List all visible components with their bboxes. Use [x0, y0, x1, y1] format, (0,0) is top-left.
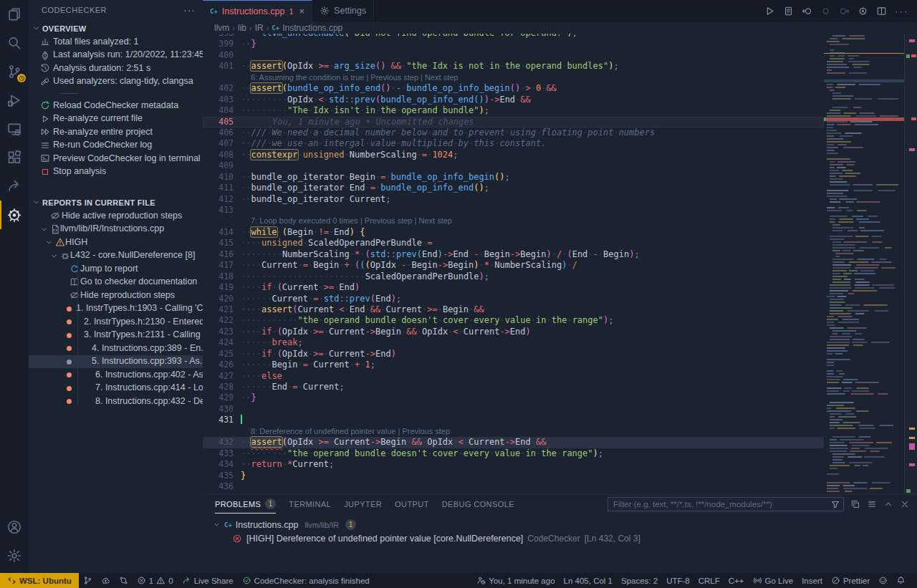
line-number[interactable]: 406 — [203, 127, 241, 138]
step-link[interactable]: Next step — [418, 216, 451, 225]
section-overview-header[interactable]: OVERVIEW — [29, 21, 203, 35]
code-line-416[interactable]: 416········NumberScaling·*·(std::prev(En… — [203, 249, 824, 260]
line-content[interactable]: ··bundle_op_iterator·Current; — [241, 194, 824, 205]
line-content[interactable]: ····if·(OpIdx·>=·Current->End) — [241, 349, 824, 360]
line-number[interactable]: 409 — [203, 160, 241, 171]
maximize-panel[interactable] — [883, 499, 893, 509]
line-content[interactable]: ························ScaledOperandPer… — [241, 271, 824, 282]
line-content[interactable]: ··while·(Begin·!=·End)·{ — [241, 227, 824, 238]
line-number[interactable]: 398 — [203, 34, 241, 39]
command-reload-metadata[interactable]: Reload CodeChecker metadata — [29, 99, 203, 112]
activity-source-control[interactable] — [0, 57, 29, 86]
code-line-412[interactable]: 412··bundle_op_iterator·Current; — [203, 194, 824, 205]
code-line-407[interactable]: 407··///·we·use·an·intergal·value·multip… — [203, 138, 824, 149]
status-indentation[interactable]: Spaces: 2 — [617, 573, 662, 588]
command-stop-analysis[interactable]: Stop analysis — [29, 165, 203, 179]
code-line-398[interactable]: 398····llvm_unreachable("Did·not·find·op… — [203, 34, 824, 39]
status-git-branch[interactable] — [79, 573, 97, 588]
code-line-435[interactable]: 435} — [203, 471, 824, 481]
report-item-step-7[interactable]: 7. Instructions.cpp:414 - Lo... — [29, 382, 203, 395]
line-content[interactable]: ······End·=·Current; — [241, 382, 824, 392]
view-as-table[interactable] — [850, 499, 860, 509]
line-number[interactable]: 416 — [203, 249, 241, 260]
code-line-424[interactable]: 424······break; — [203, 337, 824, 348]
report-item-hide-active-steps[interactable]: Hide active reproduction steps — [29, 209, 203, 223]
line-number[interactable]: 407 — [203, 138, 241, 149]
line-content[interactable] — [241, 404, 824, 415]
step-link[interactable]: Previous step — [402, 427, 450, 435]
line-content[interactable] — [241, 481, 824, 492]
chevron-down-icon[interactable] — [213, 521, 221, 529]
code-line-408[interactable]: 408··constexpr·unsigned·NumberScaling·=·… — [203, 150, 824, 160]
collapse-all[interactable] — [867, 499, 877, 509]
activity-live-share[interactable] — [0, 172, 29, 201]
line-content[interactable]: ····unsigned·ScaledOperandPerBundle·= — [241, 238, 824, 249]
line-content[interactable]: ··///·We·need·a·decimal·number·below·and… — [241, 127, 824, 138]
activity-explorer[interactable] — [0, 0, 29, 29]
line-number[interactable]: 424 — [203, 337, 241, 348]
line-number[interactable]: 419 — [203, 282, 241, 293]
status-cursor-position[interactable]: Ln 405, Col 1 — [560, 573, 617, 588]
code-line-423[interactable]: 423····if·(OpIdx·>=·Current->Begin·&&·Op… — [203, 327, 824, 337]
status-publish-changes[interactable] — [97, 573, 115, 588]
line-number[interactable]: 429 — [203, 392, 241, 403]
line-number[interactable]: 428 — [203, 382, 241, 392]
gutter[interactable] — [203, 216, 241, 226]
code-line-429[interactable]: 429··} — [203, 392, 824, 403]
close-panel[interactable] — [900, 499, 910, 509]
panel-tab-jupyter[interactable]: JUPYTER — [344, 496, 382, 514]
line-content[interactable]: ··return·*Current; — [241, 459, 824, 470]
code-line-417[interactable]: 417····Current·=·Begin·+·(((OpIdx·-·Begi… — [203, 260, 824, 271]
report-item-step-3[interactable]: 3. InstrTypes.h:2131 - Calling '... — [29, 329, 203, 342]
code-line-415[interactable]: 415····unsigned·ScaledOperandPerBundle·= — [203, 238, 824, 249]
activity-accounts[interactable] — [0, 513, 29, 541]
line-content[interactable]: ····Current·=·Begin·+·(((OpIdx·-·Begin->… — [241, 260, 824, 271]
line-content[interactable]: You, 1 minute ago • Uncommitted changes — [241, 117, 824, 127]
line-content[interactable]: ··} — [241, 392, 824, 403]
activity-manage-settings[interactable] — [0, 541, 29, 570]
code-line-432[interactable]: 432··assert(OpIdx·>=·Current->Begin·&&·O… — [203, 437, 824, 448]
chevron-down-icon[interactable] — [40, 225, 48, 236]
code-line-430[interactable]: 430 — [203, 404, 824, 415]
report-item-severity-high[interactable]: HIGH — [29, 236, 203, 249]
step-link[interactable]: Previous step — [370, 73, 418, 82]
status-problems-summary[interactable]: 10 — [133, 573, 178, 588]
status-codechecker-status[interactable]: CodeChecker: analysis finished — [238, 573, 374, 588]
status-git-compare[interactable] — [115, 573, 133, 588]
chevron-down-icon[interactable] — [45, 238, 53, 249]
report-item-jump-to-report[interactable]: Jump to report — [29, 262, 203, 276]
breadcrumb-item[interactable]: lib — [238, 23, 246, 33]
status-eol-sequence[interactable]: CRLF — [694, 573, 724, 588]
section-reports-header[interactable]: REPORTS IN CURRENT FILE — [29, 196, 203, 209]
code-line-413[interactable]: 413 — [203, 205, 824, 216]
line-number[interactable]: 436 — [203, 481, 241, 492]
line-content[interactable]: ·········OpIdx·<·std::prev(bundle_op_inf… — [241, 95, 824, 105]
line-content[interactable]: ······Begin·=·Current·+·1; — [241, 360, 824, 370]
line-content[interactable]: ··constexpr·unsigned·NumberScaling·=·102… — [241, 150, 824, 160]
line-number[interactable]: 417 — [203, 260, 241, 271]
line-number[interactable]: 422 — [203, 315, 241, 326]
status-remote-indicator[interactable]: WSL: Ubuntu — [0, 573, 79, 588]
report-item-checker-documentation[interactable]: Go to checker documentation — [29, 276, 203, 289]
report-item-step-8[interactable]: 8. Instructions.cpp:432 - De... — [29, 395, 203, 408]
line-content[interactable]: ··} — [241, 39, 824, 49]
line-content[interactable]: } — [241, 471, 824, 481]
code-line-434[interactable]: 434··return·*Current; — [203, 459, 824, 470]
line-content[interactable] — [241, 50, 824, 61]
activity-search[interactable] — [0, 29, 29, 57]
line-content[interactable]: ····else — [241, 371, 824, 382]
line-content[interactable]: ····assert(Current·<·End·&&·Current·>=·B… — [241, 304, 824, 315]
line-number[interactable]: 410 — [203, 172, 241, 183]
problem-row[interactable]: [HIGH] Dereference of undefined pointer … — [203, 531, 917, 545]
line-number[interactable]: 405 — [203, 117, 241, 127]
tab-instructions-cpp[interactable]: C+Instructions.cpp1× — [203, 0, 312, 21]
code-line-420[interactable]: 420······Current·=·std::prev(End); — [203, 294, 824, 304]
code-line-431[interactable]: 431 — [203, 415, 824, 425]
code-line-399[interactable]: 399··} — [203, 39, 824, 49]
line-content[interactable]: ··bundle_op_iterator·Begin·=·bundle_op_i… — [241, 172, 824, 183]
line-content[interactable]: ···········"the·operand·bundle·doesn't·c… — [241, 315, 824, 326]
report-item-step-1[interactable]: 1. InstrTypes.h:1903 - Calling 'Ca... — [29, 302, 203, 316]
problems-filter-input[interactable] — [608, 497, 844, 511]
more-actions[interactable]: ··· — [895, 6, 908, 16]
line-number[interactable]: 411 — [203, 183, 241, 193]
